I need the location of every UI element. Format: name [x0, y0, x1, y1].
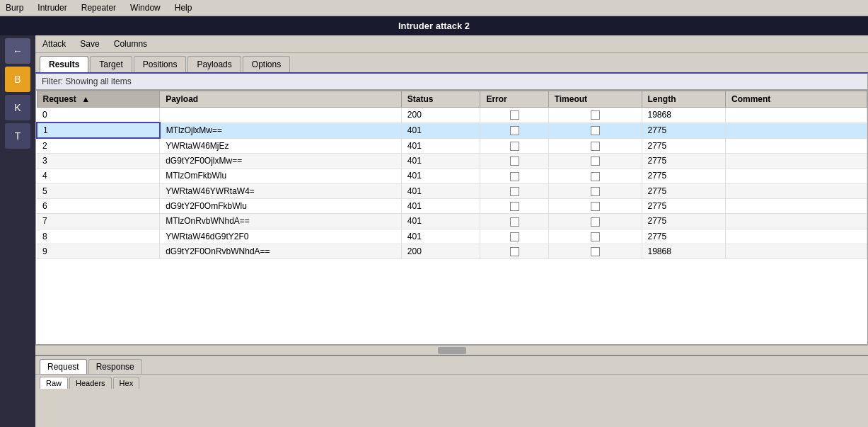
target-icon[interactable]: T	[5, 123, 30, 149]
menu-help[interactable]: Help	[172, 1, 195, 14]
cell-status: 401	[401, 123, 480, 138]
cell-request: 5	[37, 183, 160, 198]
sub-tab-raw[interactable]: Raw	[40, 377, 68, 389]
cell-request: 1	[37, 123, 160, 138]
table-row[interactable]: 5YWRtaW46YWRtaW4=4012775	[37, 183, 867, 198]
horizontal-scrollbar[interactable]	[35, 345, 868, 355]
cell-length: 2775	[642, 123, 725, 138]
cell-timeout[interactable]	[548, 123, 642, 138]
attack-menu-bar: Attack Save Columns	[35, 35, 868, 53]
tab-response[interactable]: Response	[88, 359, 142, 374]
sub-tab-hex[interactable]: Hex	[113, 377, 140, 389]
cell-length: 2775	[642, 154, 725, 169]
filter-bar[interactable]: Filter: Showing all items	[35, 72, 868, 90]
cell-status: 200	[401, 108, 480, 123]
menu-bar: Burp Intruder Repeater Window Help	[0, 0, 868, 16]
cell-timeout[interactable]	[548, 229, 642, 244]
burp-icon[interactable]: B	[5, 67, 30, 92]
col-status[interactable]: Status	[401, 91, 480, 108]
cell-status: 401	[401, 154, 480, 169]
cell-error[interactable]	[480, 154, 548, 169]
col-comment[interactable]: Comment	[726, 91, 867, 108]
window-title: Intruder attack 2	[398, 21, 470, 31]
table-row[interactable]: 6dG9tY2F0OmFkbWlu4012775	[37, 198, 867, 213]
col-request[interactable]: Request ▲	[37, 91, 160, 108]
content-area: Attack Save Columns Results Target Posit…	[35, 35, 868, 427]
cell-status: 401	[401, 138, 480, 154]
cell-error[interactable]	[480, 244, 548, 258]
cell-error[interactable]	[480, 108, 548, 123]
table-row[interactable]: 7MTlzOnRvbWNhdA==4012775	[37, 214, 867, 229]
cell-length: 2775	[642, 169, 725, 183]
cell-length: 2775	[642, 198, 725, 213]
menu-repeater[interactable]: Repeater	[79, 1, 119, 14]
menu-window[interactable]: Window	[127, 1, 163, 14]
sort-arrow-icon: ▲	[81, 94, 90, 104]
cell-payload: YWRtaW46YWRtaW4=	[160, 183, 402, 198]
cell-length: 2775	[642, 183, 725, 198]
tab-request[interactable]: Request	[40, 359, 87, 374]
cell-timeout[interactable]	[548, 169, 642, 183]
cell-comment	[726, 108, 867, 123]
cell-payload: MTlzOjlxMw==	[160, 123, 402, 138]
cell-timeout[interactable]	[548, 138, 642, 154]
cell-comment	[726, 198, 867, 213]
main-layout: ← B K T Attack Save Columns Results Targ…	[0, 35, 868, 427]
cell-comment	[726, 169, 867, 183]
menu-intruder[interactable]: Intruder	[35, 1, 69, 14]
cell-request: 4	[37, 169, 160, 183]
cell-error[interactable]	[480, 229, 548, 244]
cell-error[interactable]	[480, 214, 548, 229]
cell-status: 401	[401, 229, 480, 244]
cell-timeout[interactable]	[548, 244, 642, 258]
col-error[interactable]: Error	[480, 91, 548, 108]
tab-target[interactable]: Target	[90, 56, 132, 72]
attack-menu-item[interactable]: Attack	[40, 38, 69, 50]
columns-menu-item[interactable]: Columns	[111, 38, 150, 50]
tab-results[interactable]: Results	[40, 56, 88, 72]
tab-options[interactable]: Options	[243, 56, 290, 72]
menu-burp[interactable]: Burp	[3, 1, 26, 14]
cell-payload: MTlzOmFkbWlu	[160, 169, 402, 183]
col-payload[interactable]: Payload	[160, 91, 402, 108]
sub-tab-headers[interactable]: Headers	[69, 377, 112, 389]
cell-status: 401	[401, 198, 480, 213]
table-row[interactable]: 3dG9tY2F0OjlxMw==4012775	[37, 154, 867, 169]
filter-text: Filter: Showing all items	[42, 76, 132, 86]
cell-error[interactable]	[480, 169, 548, 183]
tab-payloads[interactable]: Payloads	[187, 56, 241, 72]
cell-error[interactable]	[480, 198, 548, 213]
results-table: Request ▲ Payload Status Error Timeout L…	[36, 91, 867, 259]
cell-error[interactable]	[480, 123, 548, 138]
table-row[interactable]: 9dG9tY2F0OnRvbWNhdA==20019868	[37, 244, 867, 258]
col-timeout[interactable]: Timeout	[548, 91, 642, 108]
cell-error[interactable]	[480, 138, 548, 154]
cell-timeout[interactable]	[548, 214, 642, 229]
scroll-thumb[interactable]	[438, 347, 466, 354]
save-menu-item[interactable]: Save	[77, 38, 102, 50]
scanner-icon[interactable]: K	[5, 95, 30, 120]
cell-error[interactable]	[480, 183, 548, 198]
cell-timeout[interactable]	[548, 154, 642, 169]
table-row[interactable]: 1MTlzOjlxMw==4012775	[37, 123, 867, 138]
table-row[interactable]: 2YWRtaW46MjEz4012775	[37, 138, 867, 154]
cell-request: 0	[37, 108, 160, 123]
cell-payload	[160, 108, 402, 123]
cell-request: 7	[37, 214, 160, 229]
sub-tab-bar: Raw Headers Hex	[35, 374, 868, 389]
table-row[interactable]: 020019868	[37, 108, 867, 123]
cell-payload: dG9tY2F0OnRvbWNhdA==	[160, 244, 402, 258]
results-table-container[interactable]: Request ▲ Payload Status Error Timeout L…	[35, 90, 868, 345]
cell-status: 200	[401, 244, 480, 258]
tab-positions[interactable]: Positions	[134, 56, 187, 72]
bottom-tab-bar: Request Response	[35, 356, 868, 374]
table-row[interactable]: 4MTlzOmFkbWlu4012775	[37, 169, 867, 183]
table-row[interactable]: 8YWRtaW46dG9tY2F04012775	[37, 229, 867, 244]
cell-timeout[interactable]	[548, 198, 642, 213]
col-length[interactable]: Length	[642, 91, 725, 108]
cell-timeout[interactable]	[548, 183, 642, 198]
cell-status: 401	[401, 214, 480, 229]
back-button[interactable]: ←	[5, 38, 30, 64]
cell-timeout[interactable]	[548, 108, 642, 123]
cell-comment	[726, 229, 867, 244]
